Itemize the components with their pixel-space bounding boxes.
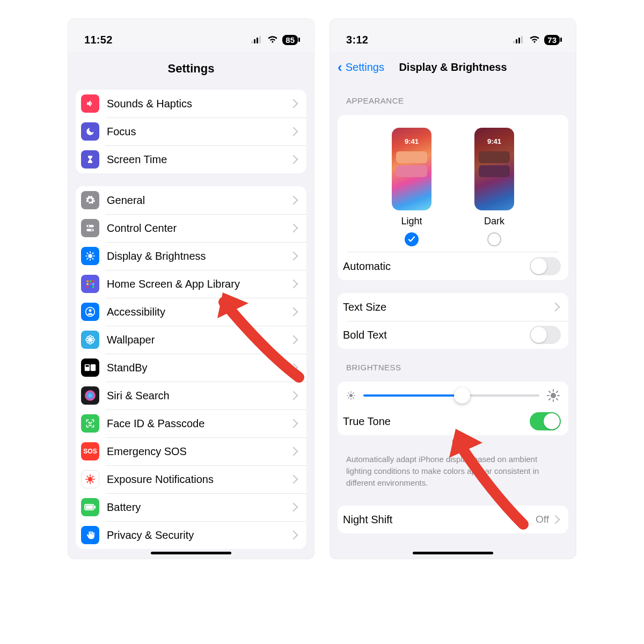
settings-row-hourglass[interactable]: Screen Time (76, 145, 306, 173)
settings-row-virus[interactable]: Exposure Notifications (76, 465, 306, 493)
brightness-group: True Tone (338, 382, 568, 435)
svg-line-15 (92, 253, 93, 254)
radio-light[interactable] (405, 232, 419, 246)
bold-text-label: Bold Text (343, 329, 530, 341)
row-night-shift[interactable]: Night Shift Off (338, 506, 568, 533)
settings-row-sos[interactable]: SOSEmergency SOS (76, 437, 306, 465)
chevron-right-icon (289, 280, 298, 289)
chevron-right-icon (289, 127, 298, 136)
settings-row-hand[interactable]: Privacy & Security (76, 521, 306, 549)
settings-row-speaker[interactable]: Sounds & Haptics (76, 90, 306, 118)
row-label: Screen Time (107, 153, 290, 166)
chevron-right-icon (289, 363, 298, 372)
row-label: Face ID & Passcode (107, 418, 290, 430)
status-time: 11:52 (84, 34, 113, 46)
row-text-size[interactable]: Text Size (338, 293, 568, 321)
automatic-toggle[interactable] (530, 257, 561, 275)
text-size-label: Text Size (343, 301, 552, 313)
svg-rect-22 (92, 283, 94, 286)
settings-row-grid[interactable]: Home Screen & App Library (76, 270, 306, 298)
svg-line-51 (87, 481, 88, 482)
svg-point-5 (88, 225, 90, 227)
automatic-label: Automatic (343, 260, 530, 273)
svg-point-7 (91, 229, 93, 231)
home-indicator[interactable] (151, 552, 231, 554)
svg-rect-25 (92, 286, 94, 288)
radio-dark[interactable] (487, 232, 501, 246)
home-indicator[interactable] (413, 552, 493, 554)
svg-rect-55 (513, 41, 515, 43)
svg-line-65 (353, 398, 354, 399)
true-tone-toggle[interactable] (530, 412, 561, 430)
row-true-tone[interactable]: True Tone (338, 407, 568, 435)
battery-indicator: 73 (544, 35, 560, 45)
row-label: General (107, 194, 290, 207)
row-automatic[interactable]: Automatic (338, 252, 568, 280)
slider-thumb[interactable] (454, 387, 470, 404)
svg-line-75 (557, 391, 558, 392)
settings-row-moon[interactable]: Focus (76, 118, 306, 145)
sos-icon: SOS (81, 442, 99, 460)
chevron-right-icon (551, 515, 560, 524)
battery-indicator: 85 (282, 35, 298, 45)
brightness-slider[interactable] (363, 394, 539, 397)
chevron-right-icon (289, 335, 298, 345)
settings-row-gear[interactable]: General (76, 186, 306, 214)
chevron-right-icon (289, 252, 298, 261)
svg-point-41 (89, 422, 89, 423)
svg-point-35 (87, 341, 89, 343)
hand-icon (81, 526, 99, 544)
phone-settings-root: 11:52 85 Settings Sounds & HapticsFocusS… (68, 18, 314, 559)
brightness-header: BRIGHTNESS (330, 363, 576, 376)
phone-display-brightness: 3:12 73 ‹ Settings Display & Brightness … (330, 18, 576, 559)
settings-group-1: Sounds & HapticsFocusScreen Time (76, 90, 306, 173)
chevron-right-icon (289, 503, 298, 512)
row-bold-text[interactable]: Bold Text (338, 321, 568, 349)
settings-row-battery[interactable]: Battery (76, 493, 306, 521)
row-label: Battery (107, 501, 290, 514)
svg-point-33 (87, 336, 89, 339)
svg-point-42 (91, 422, 92, 423)
check-icon (408, 236, 415, 243)
svg-point-8 (88, 254, 92, 258)
two-screenshot-comparison: 11:52 85 Settings Sounds & HapticsFocusS… (0, 0, 644, 644)
settings-row-sun[interactable]: Display & Brightness (76, 242, 306, 270)
svg-rect-18 (90, 280, 92, 282)
row-label: Siri & Search (107, 390, 290, 402)
appearance-option-dark[interactable]: 9:41 Dark (474, 128, 514, 246)
nav-bar: ‹ Settings Display & Brightness (330, 52, 576, 82)
faceid-icon (81, 414, 99, 433)
svg-point-59 (349, 394, 353, 397)
dark-label: Dark (474, 216, 514, 227)
toggles-icon (81, 219, 99, 237)
svg-point-34 (91, 336, 93, 339)
settings-row-standby[interactable]: StandBy (76, 354, 306, 382)
svg-line-76 (549, 399, 550, 400)
night-shift-group: Night Shift Off (338, 506, 568, 533)
settings-row-faceid[interactable]: Face ID & Passcode (76, 409, 306, 437)
chevron-right-icon (289, 224, 298, 233)
svg-line-49 (92, 481, 93, 482)
settings-row-toggles[interactable]: Control Center (76, 214, 306, 242)
appearance-header: APPEARANCE (330, 96, 576, 109)
settings-group-2: GeneralControl CenterDisplay & Brightnes… (76, 186, 306, 549)
status-time: 3:12 (346, 34, 368, 46)
appearance-option-light[interactable]: 9:41 Light (392, 128, 431, 246)
chevron-right-icon (289, 419, 298, 428)
row-label: Display & Brightness (107, 250, 290, 262)
status-indicators: 85 (251, 35, 298, 45)
chevron-right-icon (289, 391, 298, 400)
chevron-right-icon (289, 447, 298, 456)
settings-row-flower[interactable]: Wallpaper (76, 326, 306, 354)
settings-row-person[interactable]: Accessibility (76, 298, 306, 326)
moon-icon (81, 122, 99, 141)
row-label: Emergency SOS (107, 445, 290, 458)
grid-icon (81, 275, 99, 293)
back-button[interactable]: ‹ Settings (338, 60, 384, 74)
settings-row-siri[interactable]: Siri & Search (76, 382, 306, 409)
virus-icon (81, 470, 99, 488)
svg-line-73 (549, 391, 550, 392)
svg-point-40 (85, 390, 96, 401)
bold-text-toggle[interactable] (530, 326, 561, 344)
status-indicators: 73 (513, 35, 560, 45)
